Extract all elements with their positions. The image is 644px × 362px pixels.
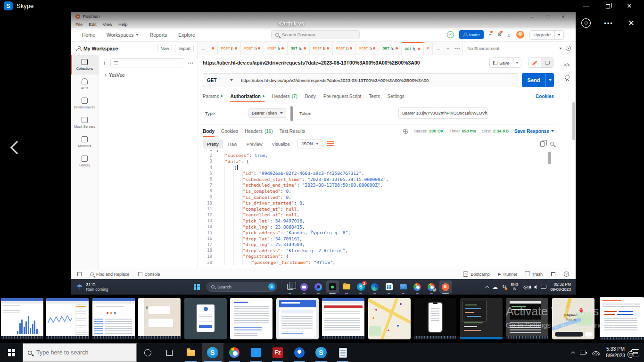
request-tab[interactable]: POSTh (218, 42, 241, 55)
view-preview[interactable]: Preview (242, 140, 267, 148)
close-share-button[interactable]: × (625, 17, 637, 29)
postman-close-button[interactable]: × (555, 14, 571, 19)
auth-type-select[interactable]: Bearer Token (248, 108, 286, 118)
edit-button[interactable] (528, 58, 541, 67)
thumbnail-dark-login[interactable] (184, 298, 227, 339)
sidebar-item-mock-servers[interactable]: Mock Servers (71, 113, 99, 132)
sync-icon[interactable]: ↻ (502, 284, 506, 290)
thumbnail-browser-chart-table[interactable] (92, 298, 135, 339)
taskbar-app-file-explorer[interactable] (180, 343, 202, 362)
start-button[interactable] (0, 343, 23, 362)
new-button[interactable]: New (157, 45, 172, 52)
format-select[interactable]: JSON (297, 139, 322, 148)
tabs-scroll-right-icon[interactable]: → (433, 42, 443, 55)
search-response-icon[interactable] (550, 142, 554, 146)
new-tab-button[interactable]: + (443, 42, 453, 55)
language-indicator[interactable]: ENGIN (511, 283, 518, 291)
request-tab[interactable]: POSTh (333, 42, 356, 55)
restore-button[interactable] (597, 0, 619, 12)
import-button[interactable]: Import (175, 45, 194, 52)
thumbnail-browser-line-chart[interactable] (46, 298, 89, 339)
invite-button[interactable]: Invite (459, 30, 484, 39)
response-tab-headers[interactable]: Headers (16) (245, 126, 273, 136)
thumbnail-code-editor-dark[interactable] (460, 298, 503, 339)
request-tab[interactable] (208, 42, 218, 55)
save-response-button[interactable]: Save Response (514, 129, 554, 134)
thumbnail-map-orange[interactable] (368, 298, 411, 339)
taskbar-app-file-explorer[interactable] (340, 280, 353, 293)
action-center-icon[interactable]: 23 (631, 349, 639, 356)
more-options-button[interactable]: ••• (603, 17, 615, 29)
nav-item-reports[interactable]: Reports (150, 32, 167, 38)
taskbar-app-chrome[interactable] (223, 343, 245, 362)
environment-selector[interactable]: No Environment (462, 42, 576, 55)
touchpad-icon[interactable] (541, 285, 546, 289)
taskbar-app-chrome[interactable] (411, 280, 424, 293)
bootcamp-button[interactable]: ⌂Bootcamp (463, 272, 490, 277)
battery-icon[interactable] (580, 351, 586, 354)
minimize-button[interactable]: — (575, 0, 597, 12)
tab-options-icon[interactable]: ••• (453, 42, 462, 55)
request-tab[interactable]: P (424, 42, 433, 55)
taskbar-app-cortana[interactable] (137, 343, 158, 362)
avatar[interactable] (516, 31, 524, 39)
tabs-scroll-left-icon[interactable]: ← (198, 42, 208, 55)
help-icon[interactable]: ? (564, 272, 569, 277)
request-tab[interactable]: POSTh (310, 42, 333, 55)
search-input[interactable] (36, 349, 116, 356)
close-button[interactable]: × (619, 0, 640, 12)
expand-chevron-icon[interactable] (103, 74, 107, 77)
response-tab-test-results[interactable]: Test Results (280, 126, 305, 136)
save-button[interactable]: Save (489, 58, 521, 68)
nav-item-workspaces[interactable]: Workspaces (107, 32, 139, 38)
find-and-replace[interactable]: Find and Replace (90, 272, 130, 277)
panel-layout-icon[interactable] (551, 272, 555, 276)
request-tab[interactable]: GETh. (379, 42, 401, 55)
add-collection-button[interactable]: + (103, 59, 107, 66)
taskbar-app-widgets-stack[interactable] (284, 280, 297, 293)
runner-button[interactable]: Runner (498, 272, 518, 277)
start-button[interactable] (190, 281, 203, 293)
taskbar-app-mail[interactable] (397, 280, 410, 293)
wifi-icon[interactable] (523, 285, 529, 289)
taskbar-search[interactable] (23, 343, 137, 362)
cookies-link[interactable]: Cookies (536, 94, 554, 99)
thumbnail-whatsapp-chat[interactable] (138, 298, 181, 339)
sidebar-item-environments[interactable]: Environments (71, 94, 99, 113)
auth-pane-scrollbar[interactable] (290, 106, 293, 121)
workspace-name[interactable]: My Workspace (83, 46, 154, 51)
nav-item-explore[interactable]: Explore (178, 32, 195, 38)
filter-box[interactable] (110, 58, 184, 67)
gear-icon[interactable]: ⚙ (497, 32, 502, 38)
thumbnail-browser-red-banner[interactable] (322, 298, 364, 339)
menu-item[interactable]: Help (118, 22, 128, 27)
thumbnail-phone-mockup[interactable] (414, 298, 456, 339)
sidebar-item-history[interactable]: History (71, 152, 99, 171)
request-tab[interactable]: POSTh (356, 42, 379, 55)
thumbnail-postman-current[interactable] (600, 297, 644, 340)
taskbar-app-vscode[interactable] (245, 343, 267, 362)
wifi-icon[interactable] (592, 350, 600, 355)
url-field[interactable] (237, 73, 518, 87)
code-snippet-icon[interactable]: </> (558, 63, 576, 67)
request-tab[interactable]: GETh. (402, 42, 424, 55)
taskbar-app-edge[interactable] (369, 280, 381, 293)
search-postman-input[interactable] (282, 32, 343, 37)
taskbar-app-skype-2[interactable]: S (310, 343, 332, 362)
request-tab-params[interactable]: Params (203, 91, 223, 101)
menu-item[interactable]: View (103, 22, 112, 27)
taskbar-search[interactable]: Search b (206, 282, 277, 292)
thumbnail-gcloud-notice[interactable] (276, 298, 319, 339)
request-tab-pre-request-script[interactable]: Pre-request Script (323, 91, 362, 101)
upgrade-button[interactable]: Upgrade (529, 30, 564, 40)
taskbar-app-postman[interactable] (439, 280, 452, 293)
request-tab[interactable]: POSTh (264, 42, 287, 55)
trash-button[interactable]: Trash (526, 272, 543, 277)
comment-button[interactable] (541, 58, 553, 67)
view-visualize[interactable]: Visualize (268, 140, 294, 148)
sidebar-item-apis[interactable]: APIs (71, 74, 99, 94)
tray-overflow-chevron-icon[interactable] (485, 286, 489, 289)
request-tab-settings[interactable]: Settings (388, 91, 405, 101)
request-tab-authorization[interactable]: Authorization (230, 91, 264, 101)
menu-item[interactable]: Edit (89, 22, 96, 27)
